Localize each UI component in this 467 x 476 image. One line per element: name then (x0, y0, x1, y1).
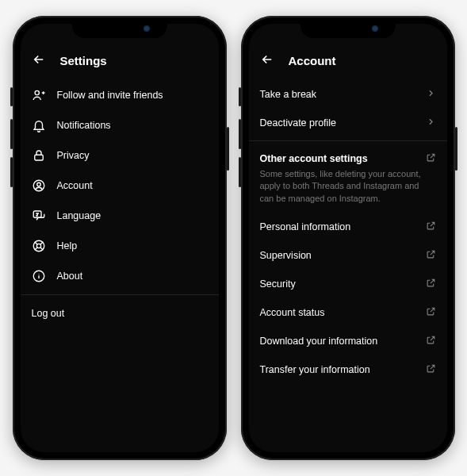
row-label: Supervision (260, 250, 415, 261)
header: Settings (21, 46, 219, 80)
mute-switch (10, 87, 13, 106)
phone-right: Account Take a break Deactivate profile … (241, 16, 455, 460)
row-label: Account status (260, 307, 415, 318)
external-link-icon (426, 335, 436, 347)
row-label: Account (57, 180, 208, 191)
external-link-icon (426, 306, 436, 319)
settings-row-privacy[interactable]: Privacy (21, 140, 219, 171)
language-icon (32, 209, 46, 223)
info-icon (32, 269, 46, 283)
header: Account (249, 46, 447, 80)
account-row-break[interactable]: Take a break (249, 80, 447, 109)
account-row-download[interactable]: Download your information (249, 327, 447, 355)
settings-row-help[interactable]: Help (21, 231, 219, 261)
profile-icon (32, 178, 46, 193)
row-label: Security (260, 278, 415, 290)
section-title-text: Other account settings (260, 153, 368, 164)
lock-icon (32, 148, 46, 163)
bell-icon (32, 118, 46, 132)
row-label: Language (57, 210, 208, 221)
volume-up (239, 119, 241, 149)
mute-switch (239, 87, 241, 106)
external-link-icon (426, 152, 436, 165)
external-link-icon (426, 363, 436, 376)
user-plus-icon (32, 88, 46, 102)
row-label: Download your information (260, 336, 415, 347)
external-link-icon (426, 278, 436, 290)
phone-left: Settings Follow and invite friends Notif… (13, 16, 227, 460)
account-row-supervision[interactable]: Supervision (249, 241, 447, 270)
page-title: Account (289, 54, 336, 67)
row-label: Take a break (260, 89, 415, 100)
section-description: Some settings, like deleting your accoun… (249, 168, 447, 213)
svg-point-0 (35, 90, 39, 94)
row-label: Follow and invite friends (57, 90, 208, 101)
svg-point-6 (36, 244, 40, 248)
row-label: Help (57, 240, 208, 251)
divider (249, 140, 447, 141)
settings-row-account[interactable]: Account (21, 171, 219, 201)
external-link-icon (426, 221, 436, 233)
svg-rect-1 (34, 155, 43, 160)
chevron-right-icon (426, 117, 436, 129)
account-row-status[interactable]: Account status (249, 298, 447, 327)
chevron-right-icon (426, 88, 436, 101)
power-button (227, 127, 229, 171)
settings-row-notifications[interactable]: Notifications (21, 110, 219, 140)
settings-row-follow[interactable]: Follow and invite friends (21, 80, 219, 110)
row-label: Notifications (57, 120, 208, 131)
row-label: Transfer your information (260, 364, 415, 375)
svg-point-3 (36, 182, 40, 186)
row-label: Privacy (57, 150, 208, 161)
settings-row-language[interactable]: Language (21, 201, 219, 231)
help-icon (32, 239, 46, 253)
settings-screen: Settings Follow and invite friends Notif… (21, 24, 219, 452)
page-title: Settings (60, 54, 107, 67)
external-link-icon (426, 249, 436, 262)
section-header: Other account settings (249, 144, 447, 168)
account-row-deactivate[interactable]: Deactivate profile (249, 109, 447, 137)
row-label: Personal information (260, 221, 415, 232)
back-icon[interactable] (32, 52, 46, 69)
volume-down (10, 157, 13, 187)
account-screen: Account Take a break Deactivate profile … (249, 24, 447, 452)
power-button (455, 127, 457, 171)
back-icon[interactable] (260, 52, 274, 69)
account-row-security[interactable]: Security (249, 270, 447, 298)
row-label: Deactivate profile (260, 117, 415, 129)
settings-row-about[interactable]: About (21, 261, 219, 291)
account-row-transfer[interactable]: Transfer your information (249, 355, 447, 384)
volume-up (10, 119, 13, 149)
volume-down (239, 157, 241, 187)
row-label: About (57, 271, 208, 282)
divider (21, 294, 219, 295)
logout-button[interactable]: Log out (21, 298, 219, 328)
account-row-personal[interactable]: Personal information (249, 213, 447, 241)
